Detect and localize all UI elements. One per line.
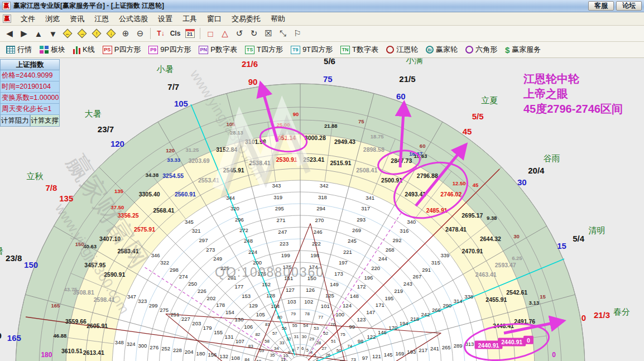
svg-text:106: 106: [244, 324, 253, 330]
calc-support-button[interactable]: 计算支撑: [30, 115, 60, 127]
p-table-button[interactable]: PNP数字表: [195, 43, 241, 56]
svg-text:33.33: 33.33: [167, 157, 180, 163]
service-button[interactable]: $赢家服务: [501, 43, 545, 56]
quote-button[interactable]: 行情: [2, 43, 36, 56]
svg-text:245: 245: [348, 238, 357, 244]
svg-text:123: 123: [357, 316, 366, 323]
quote-button-label: 行情: [17, 45, 32, 55]
annotation-line: 江恩轮中轮: [523, 71, 623, 86]
service-link-button[interactable]: 客服: [588, 1, 614, 11]
svg-text:120: 120: [166, 147, 175, 153]
svg-text:319: 319: [273, 194, 282, 200]
cls-button[interactable]: Cls: [169, 27, 182, 40]
menu-item-4[interactable]: 公式选股: [114, 13, 153, 24]
box-x-icon[interactable]: ☒: [262, 27, 275, 40]
svg-text:268: 268: [386, 247, 395, 253]
kline-icon: [73, 46, 80, 54]
zoom-out-icon[interactable]: ⊖: [133, 27, 147, 40]
menu-item-1[interactable]: 浏览: [40, 13, 65, 24]
diamond-right-icon[interactable]: →: [75, 27, 89, 40]
svg-text:202: 202: [207, 295, 216, 301]
svg-text:30: 30: [302, 334, 307, 339]
flag-icon[interactable]: ⚐: [291, 27, 304, 40]
dollar-icon: $: [505, 45, 510, 55]
zoom-in-icon[interactable]: ⊕: [119, 27, 132, 40]
svg-text:79: 79: [291, 311, 296, 316]
svg-text:33: 33: [280, 340, 285, 345]
menu-item-0[interactable]: 文件: [16, 13, 40, 24]
svg-text:289: 289: [454, 343, 463, 349]
menu-item-3[interactable]: 江恩: [89, 13, 114, 24]
svg-text:84: 84: [244, 357, 249, 361]
svg-text:196: 196: [364, 275, 373, 281]
diamond-left-icon[interactable]: ←: [61, 27, 74, 40]
forum-link-button[interactable]: 论坛: [616, 1, 642, 11]
blocks-icon: [40, 46, 49, 54]
svg-text:2470.91: 2470.91: [462, 248, 483, 254]
gann-wheel-button-label: 江恩轮: [396, 45, 418, 55]
rect-tool-icon[interactable]: □: [204, 27, 217, 40]
triangle-tool-icon[interactable]: △: [218, 27, 232, 40]
svg-text:299: 299: [149, 302, 158, 309]
diamond-up-icon[interactable]: ↑: [90, 27, 103, 40]
winner-wheel-button[interactable]: Bi赢家轮: [422, 43, 462, 56]
svg-text:105: 105: [174, 99, 188, 108]
svg-text:135: 135: [114, 188, 124, 194]
menu-item-2[interactable]: 资讯: [65, 13, 89, 24]
svg-text:2440.91: 2440.91: [478, 342, 499, 349]
calendar-icon[interactable]: 21: [183, 27, 196, 40]
hexagon-ring-icon: [465, 46, 473, 54]
svg-text:0: 0: [552, 351, 556, 359]
svg-text:271: 271: [277, 217, 286, 223]
svg-text:153: 153: [242, 293, 251, 299]
resize-icon[interactable]: ⤡: [276, 27, 290, 40]
svg-text:2613.41: 2613.41: [83, 349, 104, 356]
p-square-button[interactable]: PSP四方形: [99, 43, 145, 56]
svg-text:73: 73: [351, 357, 356, 361]
rotate-cw-icon[interactable]: ↻: [247, 27, 261, 40]
svg-text:338: 338: [464, 293, 473, 300]
svg-text:立夏: 立夏: [481, 95, 498, 105]
9p-square-button[interactable]: P99P四方形: [145, 43, 195, 56]
t-square-button[interactable]: TST四方形: [241, 43, 287, 56]
svg-text:7/9: 7/9: [0, 331, 2, 340]
gann-wheel-button[interactable]: 江恩轮: [382, 43, 422, 56]
panel-row-3: 周天变化步长=1: [0, 104, 60, 115]
tn-badge-icon: TN: [340, 46, 350, 54]
diamond-down-icon[interactable]: ↓: [104, 27, 118, 40]
hexagon-button[interactable]: 六角形: [462, 43, 501, 56]
svg-text:2568.41: 2568.41: [153, 207, 174, 214]
nav-left-icon[interactable]: ◀: [3, 27, 16, 40]
svg-text:35: 35: [270, 353, 275, 358]
svg-text:193: 193: [407, 349, 416, 355]
cursor-down-icon[interactable]: ▼: [46, 27, 60, 40]
winner-ring-icon: Bi: [426, 46, 434, 54]
t-table-button[interactable]: TNT数字表: [337, 43, 382, 56]
menu-item-6[interactable]: 工具: [177, 13, 202, 24]
kline-button[interactable]: K线: [69, 43, 99, 56]
sector-button[interactable]: 板块: [36, 43, 69, 56]
9t-square-button[interactable]: T99T四方形: [287, 43, 337, 56]
svg-text:195: 195: [385, 295, 394, 301]
svg-text:147: 147: [366, 309, 375, 315]
svg-text:2478.41: 2478.41: [445, 226, 467, 233]
menu-item-9[interactable]: 帮助: [266, 13, 290, 24]
rotate-ccw-icon[interactable]: ↺: [233, 27, 246, 40]
svg-text:145: 145: [384, 352, 393, 358]
svg-text:2455.91: 2455.91: [486, 296, 507, 303]
menu-item-8[interactable]: 交易委托: [227, 13, 266, 24]
menu-item-7[interactable]: 窗口: [202, 13, 227, 24]
svg-text:128: 128: [266, 292, 275, 299]
menu-item-5[interactable]: 设置: [153, 13, 177, 24]
svg-text:125: 125: [325, 292, 334, 299]
calc-resistance-button[interactable]: 计算阻力: [0, 115, 30, 127]
t-arrow-icon[interactable]: T↓: [154, 27, 167, 40]
svg-text:172: 172: [357, 283, 366, 290]
app-icon: 赢: [2, 2, 11, 10]
cursor-up-icon[interactable]: ▲: [32, 27, 45, 40]
svg-text:273: 273: [206, 247, 215, 253]
menu-logo-icon: 赢: [3, 15, 11, 23]
nav-right-icon[interactable]: ▶: [17, 27, 31, 40]
svg-text:23/7: 23/7: [98, 124, 114, 134]
svg-text:244: 244: [378, 256, 387, 262]
